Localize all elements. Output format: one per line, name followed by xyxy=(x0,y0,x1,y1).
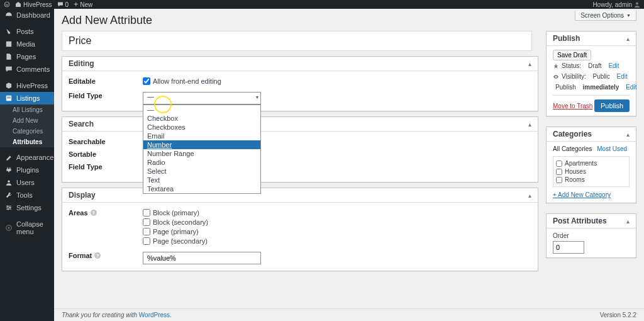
howdy-link[interactable]: Howdy, admin xyxy=(592,1,640,8)
menu-users[interactable]: Users xyxy=(0,176,54,189)
editable-label: Editable xyxy=(69,77,143,85)
menu-comments[interactable]: Comments xyxy=(0,63,54,76)
save-draft-button[interactable]: Save Draft xyxy=(553,50,591,60)
svg-point-7 xyxy=(8,180,10,183)
option-textarea[interactable]: Textarea xyxy=(143,184,260,193)
menu-settings[interactable]: Settings xyxy=(0,201,54,214)
cat-tab-all[interactable]: All Categories xyxy=(553,145,592,152)
wp-logo[interactable] xyxy=(4,1,10,8)
submenu-categories[interactable]: Categories xyxy=(0,126,54,137)
status-edit-link[interactable]: Edit xyxy=(608,62,619,69)
publish-heading: Publish xyxy=(553,34,580,43)
categories-heading: Categories xyxy=(553,130,592,138)
order-input[interactable] xyxy=(553,241,584,254)
display-toggle-icon[interactable]: ▴ xyxy=(528,192,531,199)
site-link[interactable]: HivePress xyxy=(15,1,52,8)
add-new-category-link[interactable]: + Add New Category xyxy=(553,191,611,198)
editing-field-type-select[interactable]: — xyxy=(143,92,261,104)
pin-icon xyxy=(553,63,559,69)
svg-rect-6 xyxy=(7,98,11,98)
submenu-attributes[interactable]: Attributes xyxy=(0,137,54,147)
cat-apartments-label: Apartments xyxy=(565,160,597,167)
cat-apartments-checkbox[interactable] xyxy=(556,160,562,167)
categories-toggle-icon[interactable]: ▴ xyxy=(626,131,630,138)
status-value: Draft xyxy=(588,62,602,69)
footer-thanks: Thank you for creating with xyxy=(62,312,139,318)
comments-link[interactable]: 0 xyxy=(57,1,69,8)
editing-heading: Editing xyxy=(69,59,94,68)
submenu-add-new[interactable]: Add New xyxy=(0,115,54,126)
searchable-label: Searchable xyxy=(69,138,143,145)
post-attributes-heading: Post Attributes xyxy=(553,217,607,225)
menu-appearance[interactable]: Appearance xyxy=(0,151,54,164)
option-number[interactable]: Number xyxy=(143,140,260,149)
cat-houses-label: Houses xyxy=(565,168,586,175)
allow-front-end-editing-checkbox[interactable] xyxy=(143,77,150,85)
option-dash[interactable]: — xyxy=(143,105,260,114)
publish-edit-link[interactable]: Edit xyxy=(626,84,636,91)
option-text[interactable]: Text xyxy=(143,176,260,184)
allow-front-end-editing-label: Allow front-end editing xyxy=(153,77,221,85)
field-type-dropdown: — Checkbox Checkboxes Email Number Numbe… xyxy=(143,104,261,194)
area-page-primary-checkbox[interactable] xyxy=(143,228,150,235)
submenu-all-listings[interactable]: All Listings xyxy=(0,104,54,115)
menu-dashboard[interactable]: Dashboard xyxy=(0,9,54,21)
menu-plugins[interactable]: Plugins xyxy=(0,164,54,176)
editing-toggle-icon[interactable]: ▴ xyxy=(528,60,531,67)
page-title: Add New Attribute xyxy=(62,14,636,27)
svg-point-12 xyxy=(9,207,11,208)
sortable-label: Sortable xyxy=(69,150,143,158)
post-attributes-toggle-icon[interactable]: ▴ xyxy=(626,218,630,225)
display-box: Display ▴ Areas? Block (primary) Block (… xyxy=(62,188,538,271)
status-label: Status: xyxy=(562,62,581,69)
option-number-range[interactable]: Number Range xyxy=(143,149,260,158)
area-page-primary-label: Page (primary) xyxy=(153,228,199,235)
content-area: Screen Options Add New Attribute Price E… xyxy=(54,9,644,321)
admin-toolbar: HivePress 0 +New Howdy, admin xyxy=(0,0,644,9)
svg-rect-5 xyxy=(7,97,11,98)
option-email[interactable]: Email xyxy=(143,132,260,140)
title-input[interactable]: Price xyxy=(62,31,532,51)
cat-rooms-checkbox[interactable] xyxy=(556,177,562,183)
menu-posts[interactable]: Posts xyxy=(0,25,54,38)
menu-tools[interactable]: Tools xyxy=(0,189,54,201)
publish-toggle-icon[interactable]: ▴ xyxy=(626,35,630,42)
option-select[interactable]: Select xyxy=(143,167,260,176)
display-heading: Display xyxy=(69,191,96,200)
search-field-type-label: Field Type xyxy=(69,163,143,171)
new-link[interactable]: +New xyxy=(74,0,92,9)
area-page-secondary-label: Page (secondary) xyxy=(153,237,208,245)
search-box: Search ▴ Searchable Sortable Field Type xyxy=(62,116,538,183)
search-heading: Search xyxy=(69,120,94,128)
option-radio[interactable]: Radio xyxy=(143,158,260,167)
menu-hivepress[interactable]: HivePress xyxy=(0,79,54,92)
visibility-icon xyxy=(553,74,559,80)
format-help-icon[interactable]: ? xyxy=(94,252,101,259)
listings-submenu: All Listings Add New Categories Attribut… xyxy=(0,104,54,147)
admin-sidebar: Dashboard Posts Media Pages Comments Hiv… xyxy=(0,9,54,321)
format-label: Format xyxy=(69,252,92,259)
categories-box: Categories▴ All Categories Most Used Apa… xyxy=(546,127,636,203)
publish-box: Publish▴ Save Draft Status: Draft Edit V… xyxy=(546,31,636,116)
collapse-menu[interactable]: Collapse menu xyxy=(0,218,54,238)
menu-listings[interactable]: Listings xyxy=(0,92,54,104)
menu-media[interactable]: Media xyxy=(0,38,54,50)
format-input[interactable] xyxy=(143,252,261,264)
search-toggle-icon[interactable]: ▴ xyxy=(528,121,531,128)
area-page-secondary-checkbox[interactable] xyxy=(143,237,150,245)
option-checkboxes[interactable]: Checkboxes xyxy=(143,123,260,132)
publish-value: immediately xyxy=(583,84,619,91)
area-block-secondary-checkbox[interactable] xyxy=(143,218,150,226)
area-block-primary-checkbox[interactable] xyxy=(143,209,150,217)
area-block-primary-label: Block (primary) xyxy=(153,209,199,217)
option-checkbox[interactable]: Checkbox xyxy=(143,114,260,123)
cat-tab-most-used[interactable]: Most Used xyxy=(597,145,627,152)
areas-help-icon[interactable]: ? xyxy=(91,210,97,216)
visibility-edit-link[interactable]: Edit xyxy=(617,73,628,80)
screen-options-toggle[interactable]: Screen Options xyxy=(575,11,636,21)
move-to-trash-link[interactable]: Move to Trash xyxy=(553,103,592,110)
menu-pages[interactable]: Pages xyxy=(0,50,54,63)
footer-wordpress-link[interactable]: WordPress xyxy=(139,312,170,318)
publish-button[interactable]: Publish xyxy=(594,99,630,112)
cat-houses-checkbox[interactable] xyxy=(556,169,562,175)
